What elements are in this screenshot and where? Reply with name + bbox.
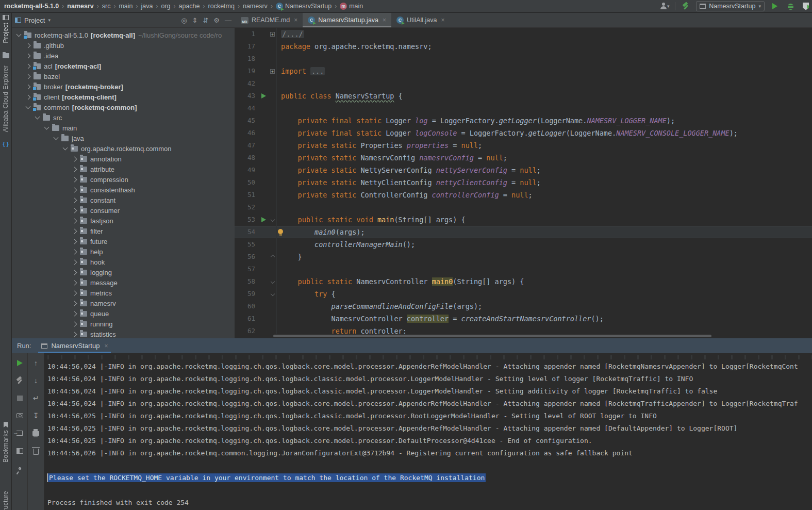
breadcrumb-item-namesrvstartup[interactable]: CNamesrvStartup [276, 3, 332, 10]
line-number[interactable]: 46 [235, 127, 258, 139]
run-tab[interactable]: NamesrvStartup × [38, 338, 111, 353]
line-number[interactable]: 47 [235, 139, 258, 152]
line-number[interactable]: 45 [235, 114, 258, 127]
hide-panel-button[interactable]: — [225, 17, 231, 24]
scroll-to-end-button[interactable]: ↧ [31, 411, 41, 420]
tab-namesrvstartup-java[interactable]: CNamesrvStartup.java× [303, 13, 391, 27]
code-line-47[interactable]: 47 private static Properties properties … [235, 139, 812, 152]
code-line-53[interactable]: 53 public static void main(String[] args… [235, 213, 812, 226]
edit-configuration-button[interactable] [15, 376, 24, 385]
scroll-up-button[interactable]: ↑ [31, 358, 41, 368]
fold-marker[interactable] [269, 275, 277, 288]
code-line-60[interactable]: 60 parseCommandlineAndConfigFile(args); [235, 300, 812, 312]
code-line-45[interactable]: 45 private final static Logger log = Log… [235, 114, 812, 127]
intention-bulb-icon[interactable] [278, 229, 283, 234]
layout-settings-button[interactable] [15, 446, 24, 455]
sidebar-tab-cloud-toolkit[interactable]: { } [0, 141, 11, 147]
tree-item-broker[interactable]: broker[rocketmq-broker] [12, 81, 235, 92]
scrollbar-thumb[interactable] [273, 335, 711, 337]
fold-marker[interactable]: + [269, 65, 277, 77]
chevron-collapsed-icon[interactable] [72, 156, 77, 161]
breadcrumb-item-main[interactable]: main [119, 3, 132, 10]
run-console[interactable]: 10:44:56,024 |-INFO in org.apache.rocket… [44, 353, 812, 510]
debug-button[interactable] [785, 1, 796, 11]
chevron-expanded-icon[interactable] [26, 104, 31, 109]
rerun-button[interactable] [15, 358, 24, 368]
run-configuration-select[interactable]: NamesrvStartup ▾ [696, 1, 765, 11]
tree-item-github[interactable]: .github [12, 40, 235, 51]
chevron-expanded-icon[interactable] [44, 125, 49, 130]
close-icon[interactable]: × [441, 17, 444, 24]
code-line-43[interactable]: 43public class NamesrvStartup { [235, 90, 812, 102]
code-line-59[interactable]: 59 try { [235, 288, 812, 300]
chevron-expanded-icon[interactable] [54, 135, 59, 140]
code-line-51[interactable]: 51 private static ControllerConfig contr… [235, 189, 812, 201]
chevron-collapsed-icon[interactable] [72, 311, 77, 316]
chevron-collapsed-icon[interactable] [72, 198, 77, 203]
tree-item-rocketmq-all-5-1-0[interactable]: rocketmq-all-5.1.0[rocketmq-all]~/liushi… [12, 30, 235, 40]
chevron-collapsed-icon[interactable] [72, 321, 77, 326]
line-number[interactable]: 61 [235, 312, 258, 325]
chevron-collapsed-icon[interactable] [72, 280, 77, 285]
collapse-all-button[interactable]: ⇵ [203, 17, 208, 24]
tree-item-acl[interactable]: acl[rocketmq-acl] [12, 61, 235, 71]
line-number[interactable]: 18 [235, 53, 258, 65]
expand-all-button[interactable]: ⇕ [192, 17, 198, 24]
tree-item-compression[interactable]: compression [12, 174, 235, 185]
tree-item-future[interactable]: future [12, 236, 235, 246]
fold-marker[interactable]: + [269, 28, 277, 40]
line-number[interactable]: 42 [235, 77, 258, 90]
build-button[interactable] [681, 1, 691, 11]
tree-item-hook[interactable]: hook [12, 257, 235, 267]
breadcrumb-item-namesrv[interactable]: namesrv [67, 3, 93, 10]
scroll-down-button[interactable]: ↓ [31, 376, 41, 385]
code-editor[interactable]: 1+/.../17package org.apache.rocketmq.nam… [235, 28, 812, 338]
breadcrumb-item-apache[interactable]: apache [179, 3, 200, 10]
chevron-expanded-icon[interactable] [63, 145, 68, 151]
chevron-collapsed-icon[interactable] [72, 332, 77, 337]
fold-marker[interactable] [269, 213, 277, 226]
chevron-collapsed-icon[interactable] [72, 290, 77, 295]
chevron-collapsed-icon[interactable] [72, 270, 77, 275]
chevron-collapsed-icon[interactable] [26, 74, 31, 79]
line-number[interactable]: 19 [235, 65, 258, 77]
tree-item-queue[interactable]: queue [12, 308, 235, 319]
tree-item-metrics[interactable]: metrics [12, 288, 235, 298]
line-number[interactable]: 55 [235, 238, 258, 251]
tab-utilall-java[interactable]: CUtilAll.java× [391, 13, 450, 27]
breadcrumb-item-src[interactable]: src [102, 3, 111, 10]
tree-item-bazel[interactable]: bazel [12, 71, 235, 81]
locate-file-button[interactable]: ◎ [181, 17, 187, 24]
tree-item-filter[interactable]: filter [12, 226, 235, 236]
coverage-button[interactable] [801, 1, 811, 11]
tree-item-help[interactable]: help [12, 246, 235, 257]
code-line-52[interactable]: 52 [235, 201, 812, 213]
run-button[interactable] [770, 1, 780, 11]
code-line-46[interactable]: 46 private final static Logger logConsol… [235, 127, 812, 139]
chevron-collapsed-icon[interactable] [72, 259, 77, 265]
sidebar-tab-structure[interactable]: Structure [0, 491, 11, 510]
line-number[interactable]: 44 [235, 102, 258, 114]
line-number[interactable]: 49 [235, 164, 258, 176]
run-line-button[interactable] [258, 90, 269, 102]
code-line-19[interactable]: 19+import ... [235, 65, 812, 77]
line-number[interactable]: 54 [235, 226, 258, 238]
code-line-42[interactable]: 42 [235, 77, 812, 90]
chevron-collapsed-icon[interactable] [72, 249, 77, 254]
code-line-50[interactable]: 50 private static NettyClientConfig nett… [235, 176, 812, 189]
tree-item-namesrv[interactable]: namesrv [12, 298, 235, 308]
fold-marker[interactable] [269, 288, 277, 300]
tree-item-attribute[interactable]: attribute [12, 164, 235, 174]
tree-item-consistenthash[interactable]: consistenthash [12, 185, 235, 195]
close-icon[interactable]: × [294, 17, 297, 24]
code-line-56[interactable]: 56 } [235, 251, 812, 263]
code-line-61[interactable]: 61 NamesrvController controller = create… [235, 312, 812, 325]
chevron-collapsed-icon[interactable] [26, 43, 31, 48]
chevron-collapsed-icon[interactable] [72, 177, 77, 182]
tree-item-java[interactable]: java [12, 133, 235, 143]
code-line-58[interactable]: 58 public static NamesrvController main0… [235, 275, 812, 288]
code-line-1[interactable]: 1+/.../ [235, 28, 812, 40]
tree-item-running[interactable]: running [12, 319, 235, 329]
tree-item-org-apache-rocketmq-common[interactable]: org.apache.rocketmq.common [12, 143, 235, 154]
run-line-button[interactable] [258, 213, 269, 226]
